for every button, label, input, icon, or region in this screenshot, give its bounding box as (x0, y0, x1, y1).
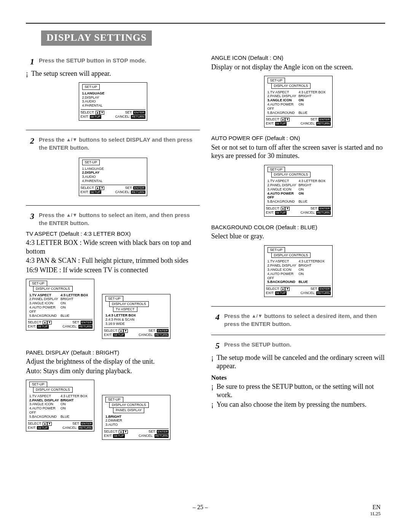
up-down-icon: ▲/▼ (252, 313, 263, 320)
osd-panel-display-submenu: SET-UP DISPLAY CONTROLS PANEL DISPLAY 1.… (102, 395, 170, 440)
osd-setup-main: SET-UP 1.LANGUAGE 2.DISPLAY 3.AUDIO 4.PA… (79, 82, 147, 121)
page-footer: – 25 – EN 1L25 (0, 504, 411, 517)
auto-power-off-heading: AUTO POWER OFF (Default : ON) (211, 134, 385, 142)
note-1: ¡Be sure to press the SETUP button, or t… (211, 382, 385, 399)
up-down-icon: ▲/▼ (66, 212, 77, 219)
notes-heading: Notes (211, 374, 385, 382)
step-4: 4 Press the ▲/▼ buttons to select a desi… (211, 312, 385, 328)
osd-display-controls-panel: SET-UP DISPLAY CONTROLS 1.TV ASPECT4:3 L… (26, 380, 94, 431)
angle-icon-heading: ANGLE ICON (Default : ON) (211, 53, 385, 62)
osd-display-controls-autopower: SET-UP DISPLAY CONTROLS 1.TV ASPECT4:3 L… (264, 165, 333, 217)
osd-display-controls-angle: SET-UP DISPLAY CONTROLS 1.TV ASPECT4:3 L… (264, 76, 333, 128)
tv-aspect-heading: TV ASPECT (Default : 4:3 LETTER BOX) (26, 229, 200, 238)
step-2: 2 Press the ▲/▼ buttons to select DISPLA… (26, 136, 200, 152)
osd-setup-main-display: SET-UP 1.LANGUAGE 2.DISPLAY 3.AUDIO 4.PA… (79, 158, 147, 196)
note-2: ¡You can also choose the item by pressin… (211, 400, 385, 409)
osd-display-controls-tvaspect: SET-UP DISPLAY CONTROLS 1.TV ASPECT4:3 L… (26, 279, 94, 331)
osd-tv-aspect-submenu: SET-UP DISPLAY CONTROLS TV ASPECT 1.4:3 … (102, 294, 170, 339)
step-1: 1 Press the SETUP button in STOP mode. (26, 56, 200, 67)
background-color-heading: BACKGROUND COLOR (Default : BLUE) (211, 223, 385, 232)
up-down-icon: ▲/▼ (66, 136, 77, 143)
step-1-result: ¡The setup screen will appear. (26, 69, 200, 78)
step-5-result: ¡The setup mode will be canceled and the… (211, 353, 385, 371)
step-5: 5 Press the SETUP button. (211, 340, 385, 351)
osd-display-controls-background: SET-UP DISPLAY CONTROLS 1.TV ASPECT4:3 L… (264, 245, 333, 297)
step-3: 3 Press the ▲/▼ buttons to select an ite… (26, 211, 200, 227)
page-title: DISPLAY SETTINGS (41, 30, 152, 46)
panel-display-heading: PANEL DISPLAY (Default : BRIGHT) (26, 348, 200, 357)
